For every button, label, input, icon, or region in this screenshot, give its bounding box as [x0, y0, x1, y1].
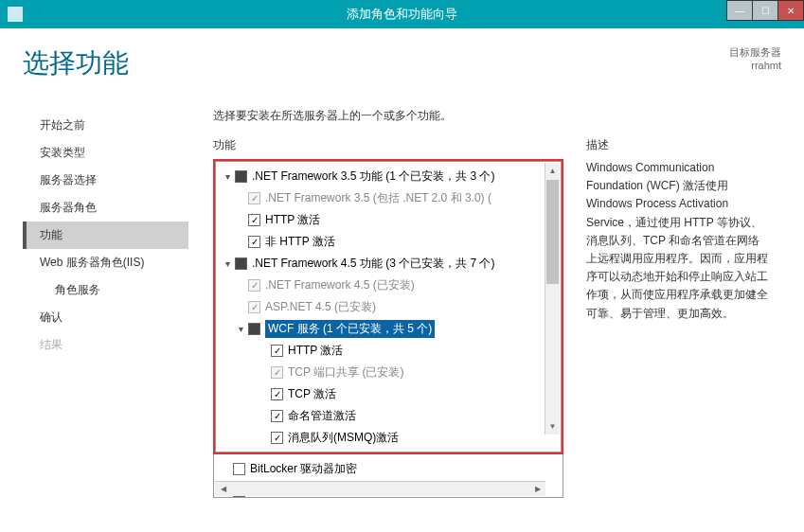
node-label: WCF 服务 (1 个已安装，共 5 个) [265, 320, 435, 338]
tree-node-0[interactable]: ▾.NET Framework 3.5 功能 (1 个已安装，共 3 个) [216, 166, 561, 187]
checkbox[interactable] [271, 388, 283, 400]
window-title: 添加角色和功能向导 [347, 6, 457, 23]
features-tree-highlight: ▾.NET Framework 3.5 功能 (1 个已安装，共 3 个).NE… [213, 159, 563, 454]
target-server-label: 目标服务器 [729, 45, 781, 60]
page-title: 选择功能 [23, 45, 129, 81]
window-buttons: — ☐ ✕ [727, 0, 804, 21]
checkbox[interactable] [271, 345, 283, 357]
checkbox[interactable] [235, 257, 247, 270]
scroll-left-button[interactable]: ◀ [215, 482, 231, 496]
instruction-text: 选择要安装在所选服务器上的一个或多个功能。 [213, 108, 781, 124]
node-label: .NET Framework 4.5 (已安装) [265, 277, 415, 293]
node-label: .NET Framework 4.5 功能 (3 个已安装，共 7 个) [252, 256, 494, 272]
expander-icon[interactable]: ▾ [235, 324, 246, 334]
expander-icon[interactable]: ▾ [222, 171, 233, 182]
body-row: 开始之前安装类型服务器选择服务器角色功能Web 服务器角色(IIS)角色服务确认… [23, 108, 781, 498]
tree-node-9[interactable]: TCP 端口共享 (已安装) [216, 362, 561, 383]
checkbox[interactable] [271, 410, 283, 422]
titlebar: 添加角色和功能向导 — ☐ ✕ [0, 0, 804, 28]
features-tree-box: ▾.NET Framework 3.5 功能 (1 个已安装，共 3 个).NE… [215, 161, 562, 452]
scroll-up-button[interactable]: ▲ [545, 163, 560, 179]
checkbox [248, 192, 260, 204]
tree-node-5[interactable]: .NET Framework 4.5 (已安装) [216, 275, 561, 296]
tree-node-2[interactable]: HTTP 激活 [216, 209, 561, 231]
description-label: 描述 [586, 137, 770, 153]
features-label: 功能 [213, 137, 563, 153]
extra-node-0[interactable]: BitLocker 驱动器加密 [214, 458, 563, 480]
sidebar-item-1[interactable]: 安装类型 [23, 139, 188, 167]
server-info: 目标服务器 rrahmt [729, 45, 781, 71]
node-label: 消息队列(MSMQ)激活 [288, 430, 399, 446]
columns: 功能 ▾.NET Framework 3.5 功能 (1 个已安装，共 3 个)… [213, 137, 781, 498]
header-row: 选择功能 目标服务器 rrahmt [23, 45, 781, 81]
close-button[interactable]: ✕ [777, 0, 804, 21]
maximize-button[interactable]: ☐ [752, 0, 778, 21]
node-label: ASP.NET 4.5 (已安装) [265, 299, 376, 315]
content: 选择功能 目标服务器 rrahmt 开始之前安装类型服务器选择服务器角色功能We… [0, 28, 804, 532]
checkbox[interactable] [248, 323, 260, 335]
node-label: 命名管道激活 [288, 408, 356, 424]
minimize-button[interactable]: — [726, 0, 753, 21]
sidebar-item-5[interactable]: Web 服务器角色(IIS) [23, 249, 188, 276]
checkbox[interactable] [271, 432, 283, 444]
node-label: HTTP 激活 [288, 343, 343, 359]
tree-node-10[interactable]: TCP 激活 [216, 383, 561, 405]
checkbox[interactable] [248, 214, 260, 226]
scroll-down-button[interactable]: ▼ [545, 418, 560, 434]
tree-node-4[interactable]: ▾.NET Framework 4.5 功能 (3 个已安装，共 7 个) [216, 253, 561, 275]
sidebar-item-0[interactable]: 开始之前 [23, 112, 188, 139]
node-label: BitLocker 驱动器加密 [250, 461, 357, 477]
node-label: .NET Framework 3.5 (包括 .NET 2.0 和 3.0) ( [265, 190, 491, 206]
page: 选择功能 目标服务器 rrahmt 开始之前安装类型服务器选择服务器角色功能We… [0, 28, 804, 532]
sidebar-item-6[interactable]: 角色服务 [23, 276, 188, 304]
checkbox [248, 301, 260, 313]
tree-node-3[interactable]: 非 HTTP 激活 [216, 231, 561, 253]
checkbox[interactable] [235, 170, 247, 183]
description-column: 描述 Windows Communication Foundation (WCF… [586, 137, 781, 498]
horizontal-scrollbar[interactable]: ◀ ▶ [215, 481, 545, 496]
vertical-scrollbar[interactable]: ▲ ▼ [545, 163, 560, 434]
sidebar-item-8: 结果 [23, 331, 188, 359]
tree-node-11[interactable]: 命名管道激活 [216, 405, 561, 427]
features-column: 功能 ▾.NET Framework 3.5 功能 (1 个已安装，共 3 个)… [213, 137, 563, 498]
tree-node-6[interactable]: ASP.NET 4.5 (已安装) [216, 296, 561, 318]
sidebar-item-4[interactable]: 功能 [23, 222, 188, 249]
sidebar: 开始之前安装类型服务器选择服务器角色功能Web 服务器角色(IIS)角色服务确认… [23, 108, 188, 498]
tree-node-12[interactable]: 消息队列(MSMQ)激活 [216, 427, 561, 449]
checkbox[interactable] [233, 463, 245, 475]
target-server-name: rrahmt [729, 60, 781, 71]
expander-icon[interactable]: ▾ [222, 258, 233, 269]
description-text: Windows Communication Foundation (WCF) 激… [586, 159, 770, 323]
sidebar-item-7[interactable]: 确认 [23, 304, 188, 331]
sidebar-item-2[interactable]: 服务器选择 [23, 167, 188, 194]
features-tree[interactable]: ▾.NET Framework 3.5 功能 (1 个已安装，共 3 个).NE… [216, 162, 561, 452]
checkbox [271, 366, 283, 379]
sidebar-item-3[interactable]: 服务器角色 [23, 194, 188, 222]
checkbox[interactable] [248, 236, 260, 248]
scroll-thumb[interactable] [546, 180, 559, 284]
app-icon [8, 7, 23, 22]
tree-node-1[interactable]: .NET Framework 3.5 (包括 .NET 2.0 和 3.0) ( [216, 187, 561, 209]
node-label: .NET Framework 3.5 功能 (1 个已安装，共 3 个) [252, 168, 494, 185]
node-label: 非 HTTP 激活 [265, 234, 335, 250]
features-tree-extra: BitLocker 驱动器加密BitLocker 网络解锁 ◀ ▶ [213, 454, 563, 498]
scroll-right-button[interactable]: ▶ [529, 482, 545, 496]
node-label: HTTP 激活 [265, 212, 320, 228]
node-label: TCP 端口共享 (已安装) [288, 364, 403, 381]
node-label: TCP 激活 [288, 386, 336, 402]
main-panel: 选择要安装在所选服务器上的一个或多个功能。 功能 ▾.NET Framework… [188, 108, 781, 498]
tree-node-8[interactable]: HTTP 激活 [216, 340, 561, 362]
tree-node-7[interactable]: ▾WCF 服务 (1 个已安装，共 5 个) [216, 318, 561, 340]
checkbox [248, 279, 260, 292]
